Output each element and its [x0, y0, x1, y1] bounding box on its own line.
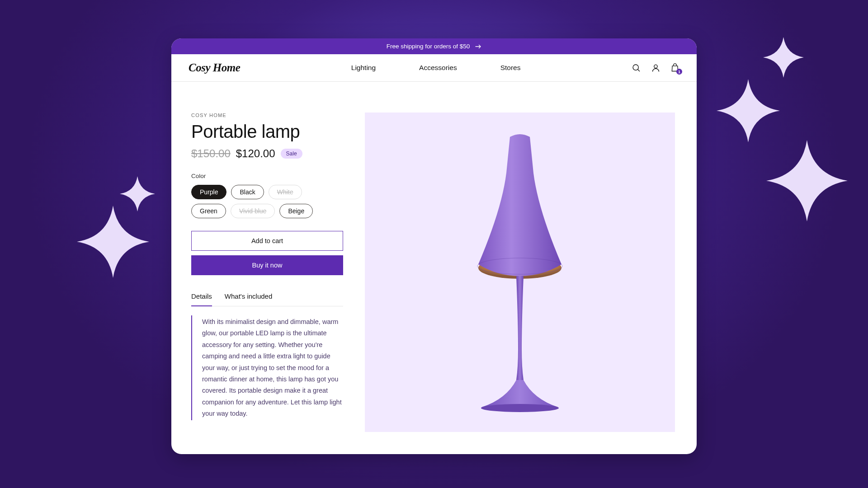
product-tabs: Details What's included: [191, 292, 343, 306]
nav-link-stores[interactable]: Stores: [500, 64, 521, 72]
buy-now-button[interactable]: Buy it now: [191, 255, 343, 275]
color-chip-beige[interactable]: Beige: [279, 204, 313, 218]
color-chip-vivid-blue: Vivid blue: [231, 204, 275, 218]
user-icon: [651, 63, 660, 73]
main-nav: Lighting Accessories Stores: [240, 64, 632, 72]
sparkle-icon: [717, 79, 780, 142]
product-title: Portable lamp: [191, 122, 343, 142]
product-vendor: COSY HOME: [191, 113, 343, 118]
account-button[interactable]: [651, 63, 660, 73]
add-to-cart-button[interactable]: Add to cart: [191, 231, 343, 251]
svg-point-0: [633, 65, 638, 70]
product-image[interactable]: [365, 113, 675, 432]
svg-point-5: [481, 404, 559, 412]
tab-details[interactable]: Details: [191, 292, 212, 306]
header-icons: 1: [632, 63, 679, 73]
product-info-column: COSY HOME Portable lamp $150.00 $120.00 …: [191, 113, 343, 454]
announcement-text: Free shipping for orders of $50: [387, 43, 470, 50]
nav-link-lighting[interactable]: Lighting: [351, 64, 376, 72]
cart-button[interactable]: 1: [670, 63, 679, 73]
price-compare: $150.00: [191, 147, 231, 160]
svg-point-2: [654, 65, 657, 68]
color-options: Purple Black White Green Vivid blue Beig…: [191, 185, 318, 218]
svg-line-1: [638, 69, 640, 71]
search-button[interactable]: [632, 63, 641, 73]
search-icon: [632, 63, 641, 73]
announcement-banner[interactable]: Free shipping for orders of $50: [171, 38, 697, 54]
sparkle-icon: [766, 140, 848, 221]
option-label-color: Color: [191, 173, 343, 179]
color-chip-purple[interactable]: Purple: [191, 185, 226, 199]
lamp-illustration: [461, 132, 579, 413]
price-row: $150.00 $120.00 Sale: [191, 147, 343, 160]
sparkle-icon: [77, 206, 149, 278]
sale-badge: Sale: [281, 149, 302, 159]
price-current: $120.00: [236, 147, 275, 160]
description-block: With its minimalist design and dimmable,…: [191, 315, 343, 420]
product-media-column: [365, 113, 675, 454]
page-background: Free shipping for orders of $50 Cosy Hom…: [0, 0, 868, 488]
sparkle-icon: [120, 176, 155, 211]
color-chip-green[interactable]: Green: [191, 204, 226, 218]
cart-count-badge: 1: [676, 69, 682, 75]
sparkle-icon: [763, 37, 804, 78]
product-page: COSY HOME Portable lamp $150.00 $120.00 …: [171, 82, 697, 454]
app-window: Free shipping for orders of $50 Cosy Hom…: [171, 38, 697, 454]
product-description: With its minimalist design and dimmable,…: [202, 316, 343, 419]
nav-link-accessories[interactable]: Accessories: [419, 64, 457, 72]
color-chip-white: White: [269, 185, 302, 199]
site-logo[interactable]: Cosy Home: [189, 61, 240, 74]
arrow-right-icon: [475, 44, 481, 49]
tab-whats-included[interactable]: What's included: [225, 292, 272, 306]
site-header: Cosy Home Lighting Accessories Stores 1: [171, 54, 697, 82]
color-chip-black[interactable]: Black: [231, 185, 264, 199]
